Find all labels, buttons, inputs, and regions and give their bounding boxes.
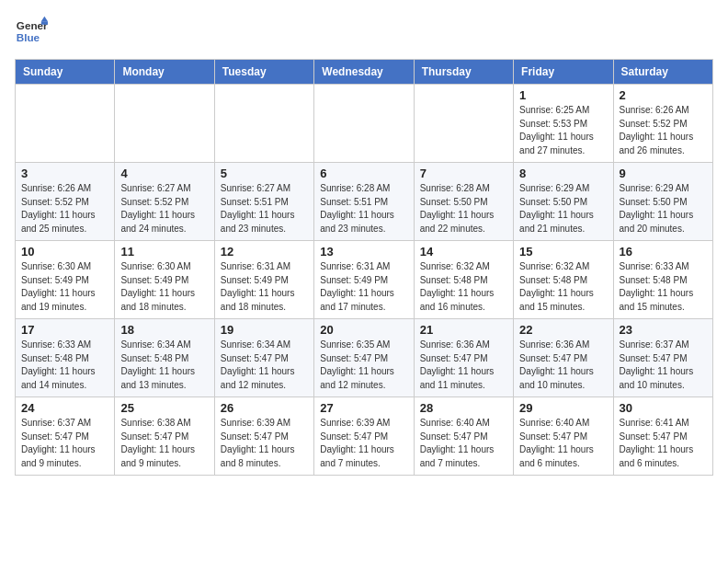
day-detail: Sunrise: 6:30 AM Sunset: 5:49 PM Dayligh… [21, 260, 108, 314]
day-detail: Sunrise: 6:39 AM Sunset: 5:47 PM Dayligh… [221, 417, 308, 470]
day-cell-10: 10Sunrise: 6:30 AM Sunset: 5:49 PM Dayli… [16, 241, 115, 319]
week-row-1: 1Sunrise: 6:25 AM Sunset: 5:53 PM Daylig… [16, 85, 713, 163]
day-detail: Sunrise: 6:31 AM Sunset: 5:49 PM Dayligh… [320, 260, 407, 314]
day-cell-14: 14Sunrise: 6:32 AM Sunset: 5:48 PM Dayli… [414, 241, 513, 319]
day-number: 17 [21, 323, 108, 337]
day-number: 2 [620, 88, 707, 102]
empty-cell [16, 85, 115, 163]
day-number: 25 [120, 401, 208, 415]
weekday-header-sunday: Sunday [16, 60, 115, 85]
day-detail: Sunrise: 6:33 AM Sunset: 5:48 PM Dayligh… [620, 260, 707, 314]
day-number: 30 [620, 401, 707, 415]
day-cell-3: 3Sunrise: 6:26 AM Sunset: 5:52 PM Daylig… [16, 163, 115, 241]
day-number: 6 [320, 167, 407, 180]
day-detail: Sunrise: 6:37 AM Sunset: 5:47 PM Dayligh… [21, 417, 108, 470]
day-cell-13: 13Sunrise: 6:31 AM Sunset: 5:49 PM Dayli… [314, 241, 414, 319]
logo: General Blue [15, 15, 48, 48]
day-detail: Sunrise: 6:26 AM Sunset: 5:52 PM Dayligh… [620, 104, 707, 157]
day-detail: Sunrise: 6:27 AM Sunset: 5:51 PM Dayligh… [221, 182, 308, 236]
calendar-table: SundayMondayTuesdayWednesdayThursdayFrid… [15, 59, 713, 476]
weekday-header-wednesday: Wednesday [314, 60, 414, 85]
day-detail: Sunrise: 6:34 AM Sunset: 5:47 PM Dayligh… [221, 339, 308, 392]
day-cell-11: 11Sunrise: 6:30 AM Sunset: 5:49 PM Dayli… [115, 241, 214, 319]
day-number: 26 [221, 401, 308, 415]
day-detail: Sunrise: 6:39 AM Sunset: 5:47 PM Dayligh… [320, 417, 407, 470]
day-detail: Sunrise: 6:38 AM Sunset: 5:47 PM Dayligh… [120, 417, 208, 470]
day-number: 18 [120, 323, 208, 337]
day-number: 29 [519, 401, 607, 415]
day-detail: Sunrise: 6:40 AM Sunset: 5:47 PM Dayligh… [420, 417, 507, 470]
day-number: 10 [21, 245, 108, 259]
day-detail: Sunrise: 6:32 AM Sunset: 5:48 PM Dayligh… [519, 260, 607, 314]
day-number: 11 [120, 245, 208, 259]
day-cell-2: 2Sunrise: 6:26 AM Sunset: 5:52 PM Daylig… [613, 85, 712, 163]
week-row-3: 10Sunrise: 6:30 AM Sunset: 5:49 PM Dayli… [16, 241, 713, 319]
day-cell-7: 7Sunrise: 6:28 AM Sunset: 5:50 PM Daylig… [414, 163, 513, 241]
day-cell-18: 18Sunrise: 6:34 AM Sunset: 5:48 PM Dayli… [115, 319, 214, 397]
empty-cell [314, 85, 414, 163]
day-detail: Sunrise: 6:35 AM Sunset: 5:47 PM Dayligh… [320, 339, 407, 392]
day-detail: Sunrise: 6:26 AM Sunset: 5:52 PM Dayligh… [21, 182, 108, 236]
day-detail: Sunrise: 6:28 AM Sunset: 5:50 PM Dayligh… [420, 182, 507, 236]
weekday-header-tuesday: Tuesday [214, 60, 313, 85]
week-row-2: 3Sunrise: 6:26 AM Sunset: 5:52 PM Daylig… [16, 163, 713, 241]
day-cell-24: 24Sunrise: 6:37 AM Sunset: 5:47 PM Dayli… [16, 397, 115, 476]
day-cell-20: 20Sunrise: 6:35 AM Sunset: 5:47 PM Dayli… [314, 319, 414, 397]
day-cell-26: 26Sunrise: 6:39 AM Sunset: 5:47 PM Dayli… [214, 397, 313, 476]
week-row-5: 24Sunrise: 6:37 AM Sunset: 5:47 PM Dayli… [16, 397, 713, 476]
day-detail: Sunrise: 6:32 AM Sunset: 5:48 PM Dayligh… [420, 260, 507, 314]
weekday-header-thursday: Thursday [414, 60, 513, 85]
day-detail: Sunrise: 6:30 AM Sunset: 5:49 PM Dayligh… [120, 260, 208, 314]
day-cell-5: 5Sunrise: 6:27 AM Sunset: 5:51 PM Daylig… [214, 163, 313, 241]
day-detail: Sunrise: 6:29 AM Sunset: 5:50 PM Dayligh… [519, 182, 607, 236]
day-number: 4 [120, 167, 208, 180]
svg-text:Blue: Blue [17, 31, 40, 43]
day-cell-27: 27Sunrise: 6:39 AM Sunset: 5:47 PM Dayli… [314, 397, 414, 476]
weekday-header-monday: Monday [115, 60, 214, 85]
week-row-4: 17Sunrise: 6:33 AM Sunset: 5:48 PM Dayli… [16, 319, 713, 397]
day-cell-17: 17Sunrise: 6:33 AM Sunset: 5:48 PM Dayli… [16, 319, 115, 397]
day-number: 27 [320, 401, 407, 415]
day-cell-19: 19Sunrise: 6:34 AM Sunset: 5:47 PM Dayli… [214, 319, 313, 397]
weekday-header-row: SundayMondayTuesdayWednesdayThursdayFrid… [16, 60, 713, 85]
day-cell-23: 23Sunrise: 6:37 AM Sunset: 5:47 PM Dayli… [613, 319, 712, 397]
day-number: 22 [519, 323, 607, 337]
logo-icon: General Blue [15, 15, 48, 48]
day-number: 13 [320, 245, 407, 259]
day-cell-6: 6Sunrise: 6:28 AM Sunset: 5:51 PM Daylig… [314, 163, 414, 241]
day-number: 24 [21, 401, 108, 415]
day-number: 12 [221, 245, 308, 259]
svg-marker-3 [41, 21, 48, 25]
empty-cell [414, 85, 513, 163]
day-number: 8 [519, 167, 607, 180]
day-detail: Sunrise: 6:29 AM Sunset: 5:50 PM Dayligh… [620, 182, 707, 236]
day-cell-25: 25Sunrise: 6:38 AM Sunset: 5:47 PM Dayli… [115, 397, 214, 476]
day-cell-12: 12Sunrise: 6:31 AM Sunset: 5:49 PM Dayli… [214, 241, 313, 319]
empty-cell [214, 85, 313, 163]
day-number: 20 [320, 323, 407, 337]
day-cell-16: 16Sunrise: 6:33 AM Sunset: 5:48 PM Dayli… [613, 241, 712, 319]
page-header: General Blue [15, 15, 713, 48]
day-cell-21: 21Sunrise: 6:36 AM Sunset: 5:47 PM Dayli… [414, 319, 513, 397]
weekday-header-saturday: Saturday [613, 60, 712, 85]
day-number: 19 [221, 323, 308, 337]
day-number: 5 [221, 167, 308, 180]
day-detail: Sunrise: 6:36 AM Sunset: 5:47 PM Dayligh… [420, 339, 507, 392]
day-detail: Sunrise: 6:28 AM Sunset: 5:51 PM Dayligh… [320, 182, 407, 236]
day-detail: Sunrise: 6:31 AM Sunset: 5:49 PM Dayligh… [221, 260, 308, 314]
weekday-header-friday: Friday [514, 60, 613, 85]
day-number: 23 [620, 323, 707, 337]
day-detail: Sunrise: 6:36 AM Sunset: 5:47 PM Dayligh… [519, 339, 607, 392]
day-cell-28: 28Sunrise: 6:40 AM Sunset: 5:47 PM Dayli… [414, 397, 513, 476]
day-cell-30: 30Sunrise: 6:41 AM Sunset: 5:47 PM Dayli… [613, 397, 712, 476]
day-number: 14 [420, 245, 507, 259]
day-detail: Sunrise: 6:41 AM Sunset: 5:47 PM Dayligh… [620, 417, 707, 470]
day-number: 15 [519, 245, 607, 259]
day-number: 3 [21, 167, 108, 180]
day-cell-22: 22Sunrise: 6:36 AM Sunset: 5:47 PM Dayli… [514, 319, 613, 397]
day-number: 9 [620, 167, 707, 180]
day-number: 16 [620, 245, 707, 259]
day-cell-4: 4Sunrise: 6:27 AM Sunset: 5:52 PM Daylig… [115, 163, 214, 241]
day-detail: Sunrise: 6:33 AM Sunset: 5:48 PM Dayligh… [21, 339, 108, 392]
day-number: 28 [420, 401, 507, 415]
